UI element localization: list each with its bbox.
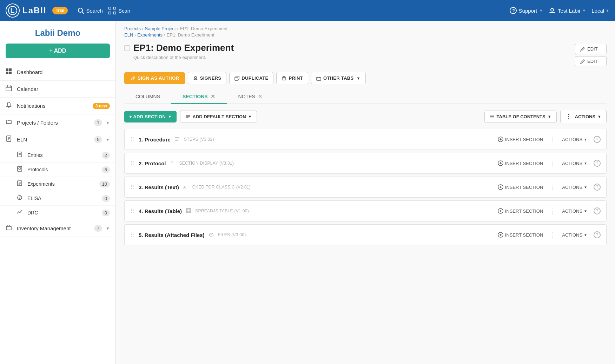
add-section-button[interactable]: + ADD SECTION ▼: [124, 111, 177, 123]
tab-sections[interactable]: SECTIONS ✕: [171, 90, 227, 104]
breadcrumb-projects[interactable]: Projects: [124, 26, 141, 31]
main-content: Projects › Sample Project › EP1: Demo Ex…: [116, 21, 615, 364]
svg-rect-60: [186, 209, 191, 213]
sign-author-button[interactable]: SIGN AS AUTHOR: [124, 72, 185, 84]
signers-label: SIGNERS: [200, 75, 221, 81]
svg-line-2: [82, 12, 84, 13]
help-icon-3[interactable]: ?: [594, 184, 601, 191]
sidebar-label-elisa: ELISA: [27, 196, 98, 201]
scan-button[interactable]: Scan: [108, 7, 130, 14]
search-button[interactable]: Search: [78, 7, 103, 14]
entries-icon: [17, 152, 24, 159]
insert-section-1[interactable]: INSERT SECTION: [495, 135, 546, 144]
drag-handle-3[interactable]: ⠿: [130, 184, 134, 191]
other-tabs-icon: [316, 76, 321, 81]
edit-button-1[interactable]: EDIT: [575, 44, 607, 54]
help-icon-4[interactable]: ?: [594, 207, 601, 214]
row-actions-1[interactable]: ACTIONS ▼: [559, 135, 590, 144]
add-default-section-button[interactable]: ADD DEFAULT SECTION ▼: [180, 111, 257, 123]
locale-label: Local: [591, 8, 604, 14]
eln-icon: [6, 135, 13, 144]
section-name-5: 5. Results (Attached Files): [139, 232, 205, 238]
section-name-3: 3. Results (Text): [139, 184, 179, 190]
help-icon-2[interactable]: ?: [594, 160, 601, 167]
drag-handle-2[interactable]: ⠿: [130, 160, 134, 167]
edit-icon-2: [580, 59, 585, 64]
tab-columns[interactable]: COLUMNS: [124, 90, 171, 104]
user-button[interactable]: Test Labii ▼: [549, 7, 586, 14]
section-row-1: ⠿ 1. Procedure STEPS (V3.02) INSERT SECT…: [124, 129, 607, 150]
section-name-4: 4. Results (Table): [139, 208, 182, 214]
other-tabs-button[interactable]: OTHER TABS ▼: [311, 72, 366, 84]
insert-section-5[interactable]: INSERT SECTION: [495, 230, 546, 239]
row-actions-5[interactable]: ACTIONS ▼: [559, 231, 590, 239]
folder-icon: [6, 119, 13, 127]
sidebar-item-elisa[interactable]: ELISA 0: [0, 191, 115, 206]
sidebar-item-drc[interactable]: DRC 0: [0, 206, 115, 220]
sidebar-item-projects[interactable]: Projects / Folders 1 ▼: [0, 114, 115, 131]
svg-rect-14: [6, 86, 12, 91]
actions-label: ACTIONS: [575, 114, 596, 119]
signers-button[interactable]: SIGNERS: [188, 72, 227, 84]
drag-handle-5[interactable]: ⠿: [130, 232, 134, 238]
toc-label: TABLE OF CONTENTS: [497, 114, 545, 119]
logo-area: LaBII: [6, 4, 47, 18]
sidebar-item-inventory[interactable]: Inventory Management 7 ▼: [0, 220, 115, 237]
help-icon-1[interactable]: ?: [594, 136, 601, 143]
sidebar-item-protocols[interactable]: Protocols 5: [0, 163, 115, 177]
tab-sections-label: SECTIONS: [183, 94, 208, 99]
edit-button-2[interactable]: EDIT: [575, 56, 607, 66]
section-type-5: FILES (V3.00): [218, 232, 491, 237]
duplicate-icon: [234, 76, 239, 81]
insert-icon-5: [498, 232, 503, 238]
duplicate-label: DUPLICATE: [242, 75, 268, 81]
sidebar-item-entries[interactable]: Entries 2: [0, 148, 115, 163]
tab-notes[interactable]: NOTES ✕: [227, 90, 275, 104]
sidebar-item-notifications[interactable]: Notifications 3 new: [0, 98, 115, 114]
sidebar-item-calendar[interactable]: Calendar: [0, 81, 115, 98]
add-button[interactable]: + ADD: [6, 44, 110, 58]
section-type-icon-4: [186, 208, 191, 214]
help-icon-5[interactable]: ?: [594, 231, 601, 238]
row-actions-2[interactable]: ACTIONS ▼: [559, 159, 590, 168]
insert-section-3[interactable]: INSERT SECTION: [495, 183, 546, 192]
section-actions-2: INSERT SECTION ⋮ ACTIONS ▼ ?: [495, 159, 601, 168]
tab-sections-close[interactable]: ✕: [210, 93, 216, 100]
insert-section-2[interactable]: INSERT SECTION: [495, 159, 546, 168]
sidebar-label-protocols: Protocols: [27, 167, 98, 172]
duplicate-button[interactable]: DUPLICATE: [229, 72, 273, 84]
vdivider-1: ⋮: [549, 135, 556, 143]
breadcrumb-sample-project[interactable]: Sample Project: [145, 26, 176, 31]
sidebar-item-eln[interactable]: ELN 5 ▼: [0, 131, 115, 148]
support-button[interactable]: ? Support ▼: [510, 7, 543, 14]
print-button[interactable]: PRINT: [276, 72, 308, 84]
actions-button[interactable]: ⋮ ACTIONS ▼: [560, 110, 607, 123]
scan-label: Scan: [118, 8, 130, 14]
section-type-4: SPREADJS TABLE (V1.00): [195, 209, 491, 213]
toc-button[interactable]: TABLE OF CONTENTS ▼: [484, 111, 557, 123]
insert-section-4[interactable]: INSERT SECTION: [495, 206, 546, 216]
drag-handle-4[interactable]: ⠿: [130, 208, 134, 214]
breadcrumb-experiments[interactable]: Experiments: [137, 32, 163, 38]
sidebar-label-calendar: Calendar: [17, 86, 110, 92]
sidebar-item-dashboard[interactable]: Dashboard: [0, 64, 115, 81]
signers-icon: [193, 76, 198, 81]
tab-notes-close[interactable]: ✕: [257, 93, 263, 100]
row-actions-4[interactable]: ACTIONS ▼: [559, 207, 590, 216]
tabs-bar: COLUMNS SECTIONS ✕ NOTES ✕: [124, 90, 607, 104]
sign-author-label: SIGN AS AUTHOR: [138, 75, 179, 81]
page-checkbox[interactable]: [124, 45, 130, 51]
row-actions-3[interactable]: ACTIONS ▼: [559, 183, 590, 192]
svg-point-0: [8, 6, 17, 15]
section-actions-5: INSERT SECTION ⋮ ACTIONS ▼ ?: [495, 230, 601, 239]
svg-rect-6: [114, 12, 116, 14]
drag-handle-1[interactable]: ⠿: [130, 136, 134, 143]
breadcrumb: Projects › Sample Project › EP1: Demo Ex…: [116, 21, 615, 40]
drc-icon: [17, 209, 24, 216]
sections-toolbar: + ADD SECTION ▼ ADD DEFAULT SECTION ▼ TA…: [116, 104, 615, 129]
locale-button[interactable]: Local ▼: [591, 8, 609, 14]
breadcrumb-eln[interactable]: ELN: [124, 32, 133, 38]
sidebar-item-experiments[interactable]: Experiments 10: [0, 177, 115, 191]
other-tabs-label: OTHER TABS: [323, 75, 354, 81]
vdivider-3: ⋮: [549, 183, 556, 191]
